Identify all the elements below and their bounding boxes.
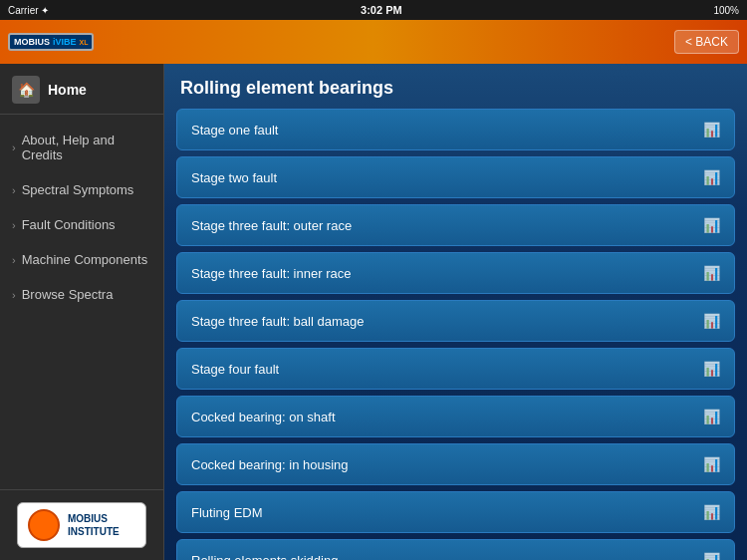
list-item[interactable]: Cocked bearing: in housing📊 xyxy=(176,443,735,485)
list-item[interactable]: Stage three fault: outer race📊 xyxy=(176,204,735,246)
sidebar-item-fault[interactable]: › Fault Conditions xyxy=(0,207,163,242)
list-item-label: Stage three fault: inner race xyxy=(191,266,351,281)
chart-icon: 📊 xyxy=(703,409,720,424)
app-logo-box: MOBIUS iVIBE XL xyxy=(8,33,94,51)
chevron-icon-machine: › xyxy=(12,254,16,266)
list-item-label: Stage two fault xyxy=(191,170,277,185)
list-item-label: Stage three fault: outer race xyxy=(191,218,352,233)
list-item-label: Fluting EDM xyxy=(191,505,263,520)
chevron-icon-fault: › xyxy=(12,219,16,231)
content-area: Rolling element bearings Stage one fault… xyxy=(164,64,747,560)
chart-icon: 📊 xyxy=(703,361,720,377)
sidebar-home-label: Home xyxy=(48,82,87,98)
mi-logo-text: MOBIUS INSTITUTE xyxy=(68,512,120,538)
list-item[interactable]: Stage three fault: inner race📊 xyxy=(176,252,735,294)
app-logo-area: MOBIUS iVIBE XL xyxy=(8,33,94,51)
chart-icon: 📊 xyxy=(703,217,720,233)
mobius-institute-logo: MOBIUS INSTITUTE xyxy=(17,502,146,548)
app-container: MOBIUS iVIBE XL < BACK 🏠 Home › About, H… xyxy=(0,20,747,560)
back-button[interactable]: < BACK xyxy=(674,30,739,54)
page-title: Rolling element bearings xyxy=(180,78,731,99)
chart-icon: 📊 xyxy=(703,504,720,520)
list-item[interactable]: Stage one fault📊 xyxy=(176,109,735,150)
items-list: Stage one fault📊Stage two fault📊Stage th… xyxy=(164,109,747,560)
sidebar: 🏠 Home › About, Help and Credits › Spect… xyxy=(0,64,164,560)
chart-icon: 📊 xyxy=(703,313,720,329)
chevron-icon-spectral: › xyxy=(12,184,16,196)
list-item-label: Rolling elements skidding xyxy=(191,553,338,561)
sidebar-logo-area: MOBIUS INSTITUTE xyxy=(0,489,163,560)
sidebar-label-about: About, Help and Credits xyxy=(22,133,151,162)
carrier-text: Carrier ✦ xyxy=(8,5,49,16)
logo-xl-text: XL xyxy=(80,39,89,46)
sidebar-item-spectral[interactable]: › Spectral Symptoms xyxy=(0,172,163,207)
sidebar-label-fault: Fault Conditions xyxy=(22,217,116,232)
main-layout: 🏠 Home › About, Help and Credits › Spect… xyxy=(0,64,747,560)
list-item-label: Stage three fault: ball damage xyxy=(191,314,364,329)
mi-logo-circle xyxy=(28,509,60,541)
list-item[interactable]: Fluting EDM📊 xyxy=(176,491,735,533)
sidebar-header: 🏠 Home xyxy=(0,64,163,115)
chevron-icon-about: › xyxy=(12,141,16,153)
chart-icon: 📊 xyxy=(703,122,720,138)
list-item[interactable]: Stage two fault📊 xyxy=(176,156,735,198)
sidebar-label-browse: Browse Spectra xyxy=(22,287,114,302)
sidebar-item-machine[interactable]: › Machine Components xyxy=(0,242,163,277)
sidebar-item-browse[interactable]: › Browse Spectra xyxy=(0,277,163,312)
sidebar-nav: › About, Help and Credits › Spectral Sym… xyxy=(0,115,163,489)
chart-icon: 📊 xyxy=(703,265,720,281)
status-bar: Carrier ✦ 3:02 PM 100% xyxy=(0,0,747,20)
list-item[interactable]: Rolling elements skidding📊 xyxy=(176,539,735,560)
sidebar-label-spectral: Spectral Symptoms xyxy=(22,182,134,197)
list-item-label: Stage one fault xyxy=(191,123,278,138)
list-item[interactable]: Cocked bearing: on shaft📊 xyxy=(176,396,735,437)
list-item[interactable]: Stage four fault📊 xyxy=(176,348,735,390)
chart-icon: 📊 xyxy=(703,552,720,560)
sidebar-item-about[interactable]: › About, Help and Credits xyxy=(0,123,163,172)
logo-ivibe-text: iVIBE xyxy=(53,37,77,47)
battery-text: 100% xyxy=(713,5,739,16)
content-header: Rolling element bearings xyxy=(164,64,747,109)
list-item-label: Cocked bearing: on shaft xyxy=(191,410,336,424)
home-icon: 🏠 xyxy=(12,76,40,104)
chart-icon: 📊 xyxy=(703,456,720,472)
top-nav-bar: MOBIUS iVIBE XL < BACK xyxy=(0,20,747,64)
time-text: 3:02 PM xyxy=(361,4,402,16)
list-item[interactable]: Stage three fault: ball damage📊 xyxy=(176,300,735,342)
logo-mobius-text: MOBIUS xyxy=(14,37,50,47)
list-item-label: Stage four fault xyxy=(191,362,279,377)
sidebar-label-machine: Machine Components xyxy=(22,252,147,267)
list-item-label: Cocked bearing: in housing xyxy=(191,457,349,472)
chevron-icon-browse: › xyxy=(12,289,16,301)
chart-icon: 📊 xyxy=(703,169,720,185)
